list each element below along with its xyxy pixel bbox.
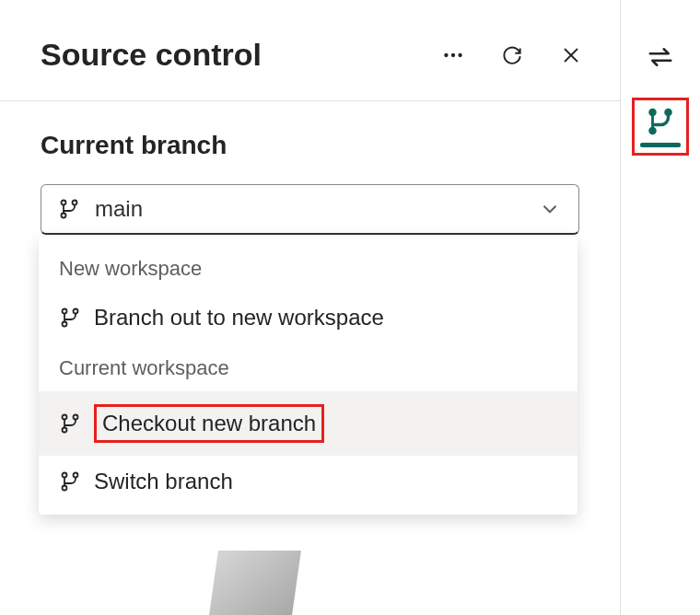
svg-point-6	[73, 201, 77, 205]
svg-point-1	[451, 52, 455, 56]
active-indicator	[640, 143, 681, 147]
section-title: Current branch	[41, 131, 579, 160]
svg-point-16	[63, 486, 67, 491]
menu-item-checkout-new-branch[interactable]: Checkout new branch	[39, 391, 578, 456]
source-control-panel: Source control Current branch main	[0, 0, 621, 615]
branch-dropdown-menu: New workspace Branch out to new workspac…	[39, 237, 578, 515]
current-branch-section: Current branch main New workspace Branch…	[0, 101, 620, 235]
branch-dropdown-toggle[interactable]: main	[41, 184, 579, 235]
right-rail	[621, 0, 700, 615]
svg-point-11	[63, 415, 67, 420]
branch-dropdown: main New workspace Branch out to new wor…	[41, 184, 579, 235]
svg-point-8	[63, 309, 67, 314]
menu-item-label: Checkout new branch	[94, 404, 324, 443]
menu-item-branch-out[interactable]: Branch out to new workspace	[39, 292, 578, 343]
menu-item-label: Switch branch	[94, 469, 233, 494]
close-button[interactable]	[559, 43, 583, 67]
svg-point-14	[63, 473, 67, 478]
menu-group-current-workspace: Current workspace	[39, 343, 578, 391]
svg-point-10	[63, 322, 67, 327]
panel-header: Source control	[0, 0, 620, 101]
swap-icon	[647, 43, 674, 71]
panel-title: Source control	[41, 37, 441, 73]
refresh-icon	[500, 43, 524, 67]
branch-icon	[59, 412, 81, 435]
branch-icon	[645, 106, 676, 137]
close-icon	[560, 44, 582, 66]
branch-icon	[58, 198, 80, 220]
background-decoration	[209, 551, 301, 615]
menu-group-new-workspace: New workspace	[39, 244, 578, 292]
source-control-rail-button[interactable]	[632, 98, 689, 156]
refresh-button[interactable]	[500, 43, 524, 67]
swap-button[interactable]	[642, 39, 679, 75]
svg-point-2	[458, 52, 461, 56]
branch-icon	[59, 470, 81, 493]
branch-selected-value: main	[95, 196, 523, 222]
svg-point-0	[444, 52, 448, 56]
more-options-button[interactable]	[441, 43, 465, 67]
svg-point-7	[62, 214, 66, 218]
svg-point-9	[74, 309, 78, 314]
header-actions	[441, 43, 583, 67]
svg-point-5	[62, 201, 66, 205]
more-icon	[441, 43, 465, 67]
svg-point-12	[74, 415, 78, 420]
svg-point-15	[74, 473, 78, 478]
svg-point-18	[664, 109, 672, 117]
svg-point-13	[63, 428, 67, 433]
menu-item-label: Branch out to new workspace	[94, 305, 384, 331]
chevron-down-icon	[538, 197, 562, 221]
menu-item-switch-branch[interactable]: Switch branch	[39, 456, 578, 507]
branch-icon	[59, 307, 81, 329]
